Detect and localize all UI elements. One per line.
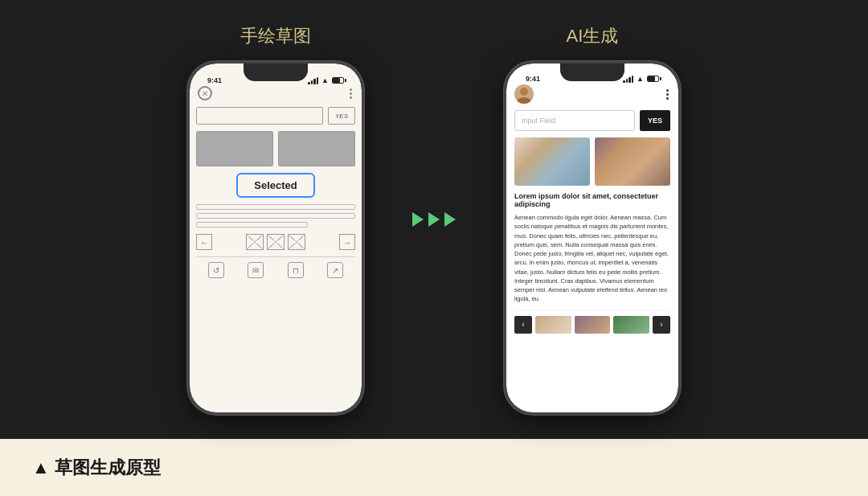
ai-thumb-2[interactable] xyxy=(575,316,611,334)
wifi-icon: ▲ xyxy=(321,76,329,84)
ai-wifi-icon: ▲ xyxy=(637,75,644,83)
ai-content-title: Lorem ipsum dolor sit amet, consectetuer… xyxy=(514,192,670,208)
bar2 xyxy=(311,80,313,84)
bar1 xyxy=(308,82,310,84)
sketch-time: 9:41 xyxy=(207,76,222,84)
bar4 xyxy=(317,77,319,84)
main-content: 手绘草图 9:41 ▲ xyxy=(0,0,868,439)
ai-phone: 9:41 ▲ xyxy=(504,61,681,415)
ai-dot1 xyxy=(666,89,669,92)
sketch-input-row: YES xyxy=(196,107,355,125)
signal-bars xyxy=(308,77,318,84)
refresh-icon[interactable]: ↺ xyxy=(208,262,224,278)
ai-bottom-nav: ‹ › xyxy=(514,310,670,334)
sketch-image-2 xyxy=(278,131,355,166)
sketch-yes-button[interactable]: YES xyxy=(328,107,355,125)
sketch-header: ✕ xyxy=(196,86,355,100)
ai-status-right: ▲ xyxy=(623,75,659,83)
ai-bar4 xyxy=(632,76,634,83)
sketch-nav-img-1 xyxy=(246,234,264,250)
dot1 xyxy=(350,88,352,91)
sketch-nav: ← → xyxy=(196,234,355,250)
ai-bar1 xyxy=(623,80,625,83)
sketch-input-field[interactable] xyxy=(196,107,323,125)
ai-menu-dots[interactable] xyxy=(665,88,670,101)
selected-button[interactable]: Selected xyxy=(236,173,314,198)
ai-body-text: Aenean commodo ligula eget dolor. Aenean… xyxy=(514,213,670,304)
bottom-bar: ▲ 草图生成原型 xyxy=(0,439,868,496)
ai-thumb-3[interactable] xyxy=(613,316,649,334)
sketch-status-right: ▲ xyxy=(308,76,344,84)
bar3 xyxy=(313,79,316,84)
ai-time: 9:41 xyxy=(526,75,540,83)
sketch-footer: ↺ ✉ ⊓ ↗ xyxy=(196,256,355,278)
arrow-2-icon xyxy=(428,212,440,227)
bottom-title: ▲ 草图生成原型 xyxy=(32,456,161,480)
ai-image-1 xyxy=(514,137,590,186)
ai-input-field[interactable]: Input Field xyxy=(514,110,635,131)
close-icon[interactable]: ✕ xyxy=(198,86,212,100)
ai-yes-button[interactable]: YES xyxy=(640,110,670,131)
ai-bar3 xyxy=(628,77,631,83)
avatar-image xyxy=(514,84,534,104)
sketch-section: 手绘草图 9:41 ▲ xyxy=(187,24,364,415)
ai-dot3 xyxy=(666,97,669,100)
ai-battery-icon xyxy=(647,76,659,82)
ai-input-placeholder: Input Field xyxy=(522,117,555,125)
ai-screen: 9:41 ▲ xyxy=(506,64,678,412)
ai-nav-forward-button[interactable]: › xyxy=(653,316,670,334)
user-avatar xyxy=(514,84,534,104)
sketch-selected-container: Selected xyxy=(196,173,355,198)
ai-section: AI生成 9:41 ▲ xyxy=(504,24,681,415)
dot2 xyxy=(350,92,352,95)
share-icon[interactable]: ↗ xyxy=(327,262,343,278)
ai-input-row: Input Field YES xyxy=(514,110,670,131)
dot3 xyxy=(350,96,352,99)
sketch-img-x-2 xyxy=(279,132,354,166)
sketch-line-1 xyxy=(196,204,355,210)
menu-dots-icon[interactable] xyxy=(348,87,354,100)
svg-point-1 xyxy=(517,97,531,104)
ai-thumb-1[interactable] xyxy=(535,316,571,334)
ai-nav-back-button[interactable]: ‹ xyxy=(514,316,532,334)
arrow-1-icon xyxy=(412,212,424,227)
sketch-line-2 xyxy=(196,213,355,219)
sketch-nav-img-3 xyxy=(288,234,305,250)
battery-icon xyxy=(332,77,344,84)
sketch-line-3 xyxy=(196,222,308,228)
sketch-screen: 9:41 ▲ xyxy=(190,64,362,412)
arrows-section xyxy=(412,212,456,227)
nav-back-button[interactable]: ← xyxy=(196,234,212,250)
battery-fill xyxy=(333,78,340,83)
sketch-image-1 xyxy=(196,131,273,166)
nav-forward-button[interactable]: → xyxy=(339,234,355,250)
mail-icon[interactable]: ✉ xyxy=(248,262,264,278)
phone-notch-right xyxy=(560,64,624,81)
sketch-img-x-1 xyxy=(197,132,272,166)
ai-title: AI生成 xyxy=(567,24,619,48)
sketch-lines xyxy=(196,204,355,228)
ai-header xyxy=(514,84,670,104)
sketch-nav-img-2 xyxy=(267,234,285,250)
svg-point-0 xyxy=(520,88,528,96)
ai-signal-bars xyxy=(623,76,633,83)
sketch-images xyxy=(196,131,355,166)
ai-images xyxy=(514,137,670,186)
bookmark-icon[interactable]: ⊓ xyxy=(288,262,304,278)
ai-image-2 xyxy=(595,137,670,186)
sketch-phone: 9:41 ▲ xyxy=(187,61,364,415)
sketch-nav-images xyxy=(246,234,305,250)
arrow-3-icon xyxy=(444,212,456,227)
sketch-title: 手绘草图 xyxy=(240,24,311,48)
phone-notch-left xyxy=(244,64,308,81)
ai-dot2 xyxy=(666,93,669,96)
ai-battery-fill xyxy=(648,76,655,81)
ai-bar2 xyxy=(626,79,628,83)
